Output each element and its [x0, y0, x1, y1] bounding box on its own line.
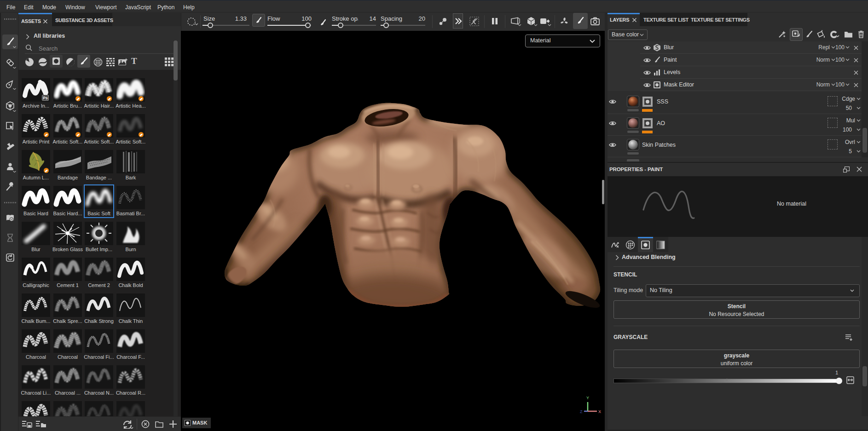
svg-text:Z: Z — [580, 409, 583, 414]
svg-text:Y: Y — [586, 396, 589, 400]
svg-text:X: X — [598, 409, 601, 414]
